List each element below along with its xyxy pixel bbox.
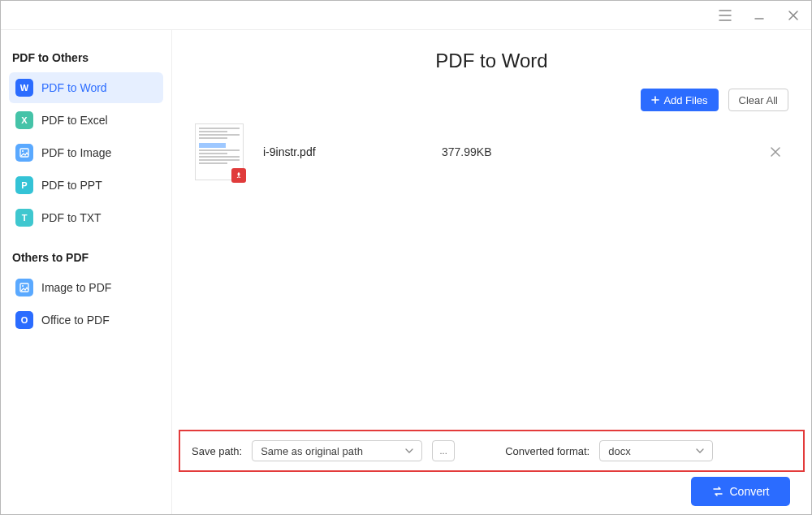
app-window: PDF to Others W PDF to Word X PDF to Exc… [0,0,812,515]
svg-point-3 [22,285,24,287]
convert-label: Convert [729,485,769,498]
minimize-icon[interactable] [751,7,767,24]
action-row: Add Files Clear All [172,72,811,118]
save-path-value: Same as original path [261,445,363,457]
sidebar-item-pdf-to-word[interactable]: W PDF to Word [9,72,163,103]
chevron-down-icon [404,445,415,457]
file-list: i-9instr.pdf 377.99KB [172,118,811,183]
chevron-down-icon [694,445,706,457]
remove-file-button[interactable] [769,145,788,158]
bottom-options-row: Save path: Same as original path ... Con… [172,430,811,472]
sidebar-item-label: Image to PDF [41,281,111,294]
word-icon: W [15,79,33,97]
main-panel: PDF to Word Add Files Clear All [172,30,811,514]
sidebar-item-label: PDF to Excel [41,114,108,127]
browse-path-button[interactable]: ... [432,440,455,461]
file-row: i-9instr.pdf 377.99KB [195,121,788,183]
close-icon[interactable] [785,7,801,24]
ppt-icon: P [15,176,33,194]
sidebar: PDF to Others W PDF to Word X PDF to Exc… [1,30,172,514]
menu-icon[interactable] [717,7,733,24]
sidebar-item-image-to-pdf[interactable]: Image to PDF [9,272,163,303]
excel-icon: X [15,111,33,129]
sidebar-item-label: PDF to Word [41,81,107,94]
save-path-label: Save path: [192,445,242,457]
sidebar-item-pdf-to-txt[interactable]: T PDF to TXT [9,202,163,233]
image-icon [15,279,33,296]
sidebar-item-label: PDF to Image [41,146,111,159]
pdf-badge-icon [231,168,246,183]
sidebar-item-pdf-to-ppt[interactable]: P PDF to PPT [9,170,163,201]
office-icon: O [15,311,33,329]
page-title: PDF to Word [172,50,811,72]
plus-icon [651,96,659,104]
add-files-button[interactable]: Add Files [641,89,718,111]
sidebar-section-title: PDF to Others [1,45,171,72]
file-thumbnail [195,123,244,180]
convert-button[interactable]: Convert [691,477,790,506]
add-files-label: Add Files [663,94,707,106]
clear-all-label: Clear All [739,94,778,106]
save-path-select[interactable]: Same as original path [252,440,422,461]
txt-icon: T [15,209,33,227]
sidebar-item-label: PDF to TXT [41,211,102,224]
app-body: PDF to Others W PDF to Word X PDF to Exc… [1,30,811,514]
clear-all-button[interactable]: Clear All [728,89,788,111]
converted-format-select[interactable]: docx [599,440,713,461]
sidebar-item-label: PDF to PPT [41,179,102,192]
file-size: 377.99KB [442,145,718,158]
converted-format-value: docx [608,445,630,457]
sidebar-item-office-to-pdf[interactable]: O Office to PDF [9,305,163,335]
sidebar-item-pdf-to-excel[interactable]: X PDF to Excel [9,105,163,136]
titlebar [1,1,811,30]
sidebar-item-label: Office to PDF [41,314,110,327]
converted-format-label: Converted format: [505,445,590,457]
image-icon [15,144,33,162]
sidebar-section-title: Others to PDF [1,245,171,272]
file-name: i-9instr.pdf [263,145,442,158]
svg-point-1 [22,150,24,152]
sidebar-item-pdf-to-image[interactable]: PDF to Image [9,137,163,168]
convert-icon [711,486,724,497]
